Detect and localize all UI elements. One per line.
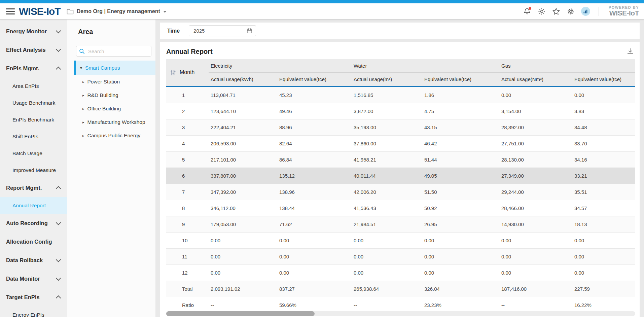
tree-node-r-d-building[interactable]: ▸R&D Building [67,89,155,102]
tree-node-office-building[interactable]: ▸Office Building [67,102,155,115]
time-picker-value[interactable] [189,28,244,34]
sidebar-item-allocation-config[interactable]: Allocation Config [0,233,67,251]
cell-value: 34.48 [572,125,635,130]
cell-value: 34.16 [572,157,635,163]
sidebar-item-energy-monitor[interactable]: Energy Monitor [0,22,67,41]
cell-value: 33.70 [572,141,635,146]
table-row-2[interactable]: 2123,644.1049.463,872.004.753,154.003.83 [166,103,635,119]
cell-value: 33.21 [572,173,635,179]
cell-value: 0.00 [277,238,352,243]
table-row-8[interactable]: 8346,112.00138.4441,536.4350.9228,466.00… [166,200,635,216]
navigation-sidebar: Energy MonitorEffect AnalysisEnPIs Mgmt.… [0,20,67,317]
cell-value: 27,349.00 [499,173,572,179]
sidebar-item-effect-analysis[interactable]: Effect Analysis [0,41,67,59]
cell-value: 3,154.00 [499,108,572,114]
tree-node-smart-campus[interactable]: ▾ Smart Campus [74,61,155,75]
table-row-12[interactable]: 120.000.000.000.000.000.00 [166,265,635,281]
search-icon[interactable] [79,48,85,54]
cell-value: 837.27 [277,286,352,292]
sidebar-item-shift-enpis[interactable]: Shift EnPIs [0,128,67,145]
chevron-down-icon [56,28,61,34]
sidebar-item-label: Effect Analysis [6,47,57,53]
sidebar-item-area-enpis[interactable]: Area EnPIs [0,78,67,95]
cell-value: 0.00 [499,238,572,243]
time-picker[interactable] [189,25,256,36]
table-row-4[interactable]: 4206,593.0082.6437,860.0046.4227,751.003… [166,135,635,151]
cell-value: 49.05 [422,173,499,179]
cell-value: 337,807.00 [209,173,277,179]
table-row-1[interactable]: 1113,084.7145.231,516.851.860.000.00 [166,87,635,103]
cell-value: 0.00 [209,254,277,259]
cell-month: 10 [166,238,209,243]
settings-gear-icon[interactable] [567,7,575,15]
report-title: Annual Report [166,47,640,56]
table-body: 1113,084.7145.231,516.851.860.000.002123… [166,87,635,313]
main-layout: Energy MonitorEffect AnalysisEnPIs Mgmt.… [0,20,644,317]
table-row-3[interactable]: 3222,404.2188.9635,193.0043.1528,392.003… [166,119,635,135]
tree-node-power-station[interactable]: ▸Power Station [67,75,155,89]
horizontal-scrollbar-thumb[interactable] [166,311,315,316]
notifications-bell-icon[interactable] [523,7,531,15]
cell-month: 6 [166,173,209,179]
sidebar-item-energy-enpis[interactable]: Energy EnPIs [0,307,67,317]
cell-value: 26.95 [422,221,499,227]
sidebar-item-improved-measure[interactable]: Improved Measure [0,162,67,179]
menu-hamburger-icon[interactable] [6,8,15,15]
cell-value: 86.84 [277,157,352,163]
table-row-6[interactable]: 6337,807.00135.1240,011.4449.0527,349.00… [166,168,635,184]
chevron-up-icon [56,295,61,301]
cell-value: 49.46 [277,108,352,114]
table-row-ratio[interactable]: Ratio--59.66%--23.23%--16.22% [166,297,635,313]
sidebar-item-enpis-benchmark[interactable]: EnPIs Benchmark [0,111,67,128]
sidebar-item-usage-benchmark[interactable]: Usage Benchmark [0,95,67,111]
tree-node-campus-public-energy[interactable]: ▸Campus Public Energy [67,129,155,142]
org-selector[interactable]: Demo Org | Energy management [67,8,167,14]
sidebar-item-data-monitor[interactable]: Data Monitor [0,270,67,288]
annual-report-table: Month ElectricityWaterGas Actual usage(k… [166,59,635,313]
brightness-icon[interactable] [538,7,546,15]
sidebar-item-data-rollback[interactable]: Data Rollback [0,251,67,270]
caret-collapsed-icon: ▸ [82,80,84,84]
caret-collapsed-icon: ▸ [82,93,84,98]
cell-value: -- [499,302,572,308]
cell-value: 0.00 [277,270,352,276]
tree-node-label: Power Station [87,79,120,85]
cell-value: 0.00 [499,254,572,259]
cell-value: 3.83 [572,108,635,114]
sidebar-item-label: EnPIs Benchmark [12,117,60,123]
cell-value: 0.00 [422,254,499,259]
cell-value: 40,011.44 [352,173,422,179]
sidebar-item-target-enpis[interactable]: Target EnPIs [0,288,67,307]
table-row-11[interactable]: 110.000.000.000.000.000.00 [166,248,635,265]
table-row-total[interactable]: Total2,093,191.02837.27265,938.64326.041… [166,281,635,297]
column-settings-icon[interactable] [170,69,176,76]
column-header-electricity-actual-usage-kwh: Actual usage(kWh) [209,76,277,82]
area-panel-divider [67,41,155,41]
download-icon[interactable] [627,47,634,55]
sidebar-item-report-mgmt[interactable]: Report Mgmt. [0,179,67,197]
sidebar-item-enpis-mgmt[interactable]: EnPIs Mgmt. [0,59,67,78]
cell-month: 11 [166,254,209,259]
cell-value: 0.00 [422,270,499,276]
chevron-down-icon [56,47,61,52]
cell-value: 0.00 [422,238,499,243]
table-row-10[interactable]: 100.000.000.000.000.000.00 [166,232,635,248]
favorite-star-icon[interactable] [552,7,560,15]
cell-value: 42,006.20 [352,189,422,195]
sidebar-item-auto-recording[interactable]: Auto Recording [0,214,67,233]
user-avatar[interactable] [581,7,590,16]
sidebar-item-label: Data Monitor [6,276,57,282]
sidebar-item-label: Batch Usage [12,150,60,156]
sidebar-item-batch-usage[interactable]: Batch Usage [0,145,67,162]
horizontal-scrollbar-track[interactable] [166,311,635,316]
table-row-5[interactable]: 5217,101.0086.8441,958.2151.4428,130.003… [166,151,635,168]
table-row-9[interactable]: 9179,053.0071.6221,984.5126.9514,930.001… [166,216,635,232]
cell-value: 0.00 [572,238,635,243]
sidebar-item-label: Annual Report [12,203,60,209]
search-input[interactable] [87,48,148,55]
sidebar-item-annual-report[interactable]: Annual Report [0,197,67,214]
sidebar-item-label: Auto Recording [6,220,57,226]
tree-node-manufacturing-workshop[interactable]: ▸Manufacturing Workshop [67,115,155,129]
table-row-7[interactable]: 7347,392.00138.9642,006.2051.5029,244.00… [166,184,635,200]
cell-value: 41,958.21 [352,157,422,163]
